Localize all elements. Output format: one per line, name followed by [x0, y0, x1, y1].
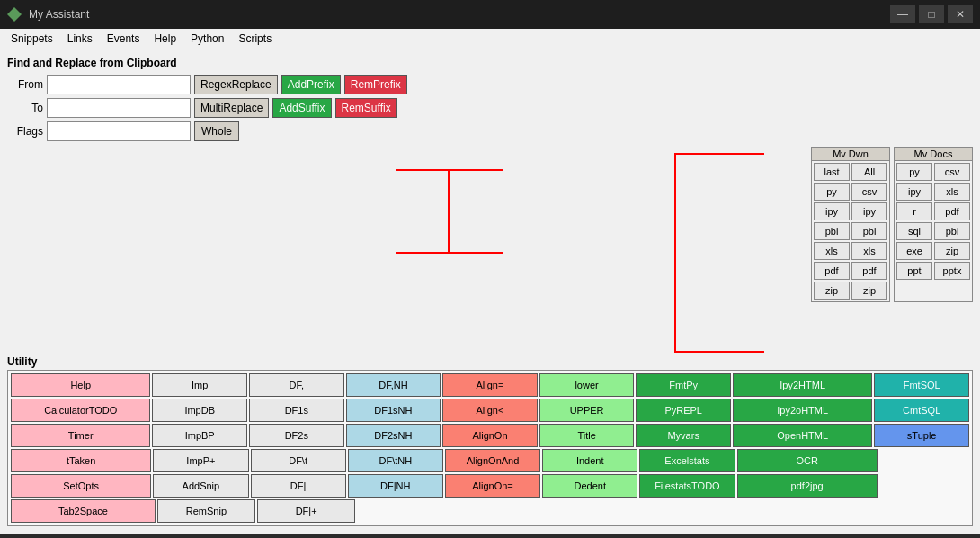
whole-button[interactable]: Whole	[194, 121, 239, 141]
u-upper[interactable]: UPPER	[539, 399, 635, 422]
add-suffix-button[interactable]: AddSuffix	[272, 98, 331, 118]
u-df-nh[interactable]: DF,NH	[346, 373, 441, 397]
u-lower[interactable]: lower	[539, 373, 635, 397]
u-dft[interactable]: DF\t	[251, 449, 346, 472]
u-calculator[interactable]: CalculatorTODO	[11, 399, 150, 422]
u-dftnh[interactable]: DF\tNH	[348, 449, 443, 472]
mv-docs-panel: Mv Docs py csv ipy xls r pdf sql pbi exe…	[894, 147, 973, 302]
add-prefix-button[interactable]: AddPrefix	[281, 75, 341, 94]
u-empty-5b	[451, 499, 544, 523]
u-alignonand[interactable]: AlignOnAnd	[445, 449, 540, 472]
menu-links[interactable]: Links	[60, 31, 100, 47]
mv-dwn-r4c0[interactable]: pdf	[814, 262, 850, 280]
u-excelstats[interactable]: Excelstats	[639, 449, 735, 472]
mv-dwn-r0c0[interactable]: py	[814, 183, 850, 201]
utility-row-1: CalculatorTODO ImpDB DF1s DF1sNH Align< …	[11, 399, 969, 422]
u-timer[interactable]: Timer	[11, 424, 150, 447]
mv-dwn-r0c1[interactable]: csv	[851, 183, 887, 201]
u-ttaken[interactable]: tTaken	[11, 449, 151, 472]
mv-dwn-r3c0[interactable]: xls	[814, 242, 850, 260]
u-openhtml[interactable]: OpenHTML	[733, 424, 872, 447]
rem-suffix-button[interactable]: RemSuffix	[335, 98, 397, 118]
mv-docs-r1c0[interactable]: ipy	[896, 183, 932, 201]
mv-dwn-r5c0[interactable]: zip	[814, 282, 850, 300]
mv-docs-r4c1[interactable]: zip	[934, 242, 970, 260]
u-df1snh[interactable]: DF1sNH	[346, 399, 441, 422]
menu-python[interactable]: Python	[183, 31, 231, 47]
u-myvars[interactable]: Myvars	[636, 424, 731, 447]
u-df1s[interactable]: DF1s	[249, 399, 344, 422]
u-remsnip[interactable]: RemSnip	[157, 499, 255, 523]
mv-dwn-r3c1[interactable]: xls	[851, 242, 887, 260]
u-cmtsql[interactable]: CmtSQL	[874, 399, 969, 422]
flags-input[interactable]	[47, 121, 191, 141]
mv-dwn-r2c0[interactable]: pbi	[814, 222, 850, 240]
mv-dwn-r2c1[interactable]: pbi	[851, 222, 887, 240]
mv-docs-r5c0[interactable]: ppt	[896, 262, 932, 280]
u-title[interactable]: Title	[539, 424, 635, 447]
u-fmtpy[interactable]: FmtPy	[636, 373, 731, 397]
u-ipy2ohtml[interactable]: Ipy2oHTML	[733, 399, 872, 422]
mv-dwn-r1c0[interactable]: ipy	[814, 202, 850, 220]
u-alignon[interactable]: AlignOn	[442, 424, 538, 447]
u-df[interactable]: DF,	[249, 373, 344, 397]
u-empty-4	[879, 474, 969, 498]
u-fmtsql[interactable]: FmtSQL	[874, 373, 969, 397]
u-indent[interactable]: Indent	[542, 449, 637, 472]
u-filestats[interactable]: FilestatsTODO	[639, 474, 735, 498]
mv-dwn-r4c1[interactable]: pdf	[851, 262, 887, 280]
u-df2snh[interactable]: DF2sNH	[346, 424, 441, 447]
u-impbp[interactable]: ImpBP	[152, 424, 247, 447]
mv-docs-r5c1[interactable]: pptx	[934, 262, 970, 280]
from-input[interactable]	[47, 75, 191, 94]
v-line-center	[448, 169, 450, 252]
mv-dwn-header-all[interactable]: All	[851, 163, 887, 181]
u-align-eq[interactable]: Align=	[442, 373, 538, 397]
maximize-button[interactable]: □	[919, 5, 944, 23]
u-tab2space[interactable]: Tab2Space	[11, 499, 156, 523]
mv-docs-r1c1[interactable]: xls	[934, 183, 970, 201]
rem-prefix-button[interactable]: RemPrefix	[344, 75, 407, 94]
u-dfpipe[interactable]: DF|	[251, 474, 346, 498]
u-impdb[interactable]: ImpDB	[152, 399, 247, 422]
mv-docs-r2c0[interactable]: r	[896, 202, 932, 220]
u-impp[interactable]: ImpP+	[153, 449, 248, 472]
u-pyrepl[interactable]: PyREPL	[636, 399, 731, 422]
u-pdf2jpg[interactable]: pdf2jpg	[737, 474, 878, 498]
u-stuple[interactable]: sTuple	[874, 424, 969, 447]
u-addsnip[interactable]: AddSnip	[153, 474, 248, 498]
mv-docs-r2c1[interactable]: pdf	[934, 202, 970, 220]
mv-docs-r0c0[interactable]: py	[896, 163, 932, 181]
menu-snippets[interactable]: Snippets	[4, 31, 60, 47]
minimize-button[interactable]: —	[890, 5, 915, 23]
u-dfpipeplus[interactable]: DF|+	[257, 499, 355, 523]
u-imp[interactable]: Imp	[152, 373, 247, 397]
mv-dwn-r5c1[interactable]: zip	[851, 282, 887, 300]
u-df2s[interactable]: DF2s	[249, 424, 344, 447]
mv-dwn-title: Mv Dwn	[812, 148, 889, 161]
menu-scripts[interactable]: Scripts	[231, 31, 279, 47]
to-input[interactable]	[47, 98, 191, 118]
utility-row-0: Help Imp DF, DF,NH Align= lower FmtPy Ip…	[11, 373, 969, 397]
utility-row-2: Timer ImpBP DF2s DF2sNH AlignOn Title My…	[11, 424, 969, 447]
multi-replace-button[interactable]: MultiReplace	[194, 98, 269, 118]
mv-docs-r0c1[interactable]: csv	[934, 163, 970, 181]
u-ipy2html[interactable]: Ipy2HTML	[733, 373, 872, 397]
u-dfpipenh[interactable]: DF|NH	[348, 474, 443, 498]
u-align-lt[interactable]: Align<	[442, 399, 538, 422]
utility-row-3: tTaken ImpP+ DF\t DF\tNH AlignOnAnd Inde…	[11, 449, 969, 472]
close-button[interactable]: ✕	[948, 5, 973, 23]
mv-docs-r3c0[interactable]: sql	[896, 222, 932, 240]
u-setopts[interactable]: SetOpts	[11, 474, 151, 498]
mv-dwn-r1c1[interactable]: ipy	[851, 202, 887, 220]
u-help[interactable]: Help	[11, 373, 150, 397]
u-alignoneq[interactable]: AlignOn=	[445, 474, 540, 498]
mv-dwn-header-last[interactable]: last	[814, 163, 850, 181]
u-dedent[interactable]: Dedent	[542, 474, 637, 498]
regex-replace-button[interactable]: RegexReplace	[194, 75, 278, 94]
u-ocr[interactable]: OCR	[737, 449, 878, 472]
menu-events[interactable]: Events	[100, 31, 147, 47]
menu-help[interactable]: Help	[147, 31, 183, 47]
mv-docs-r3c1[interactable]: pbi	[934, 222, 970, 240]
mv-docs-r4c0[interactable]: exe	[896, 242, 932, 260]
